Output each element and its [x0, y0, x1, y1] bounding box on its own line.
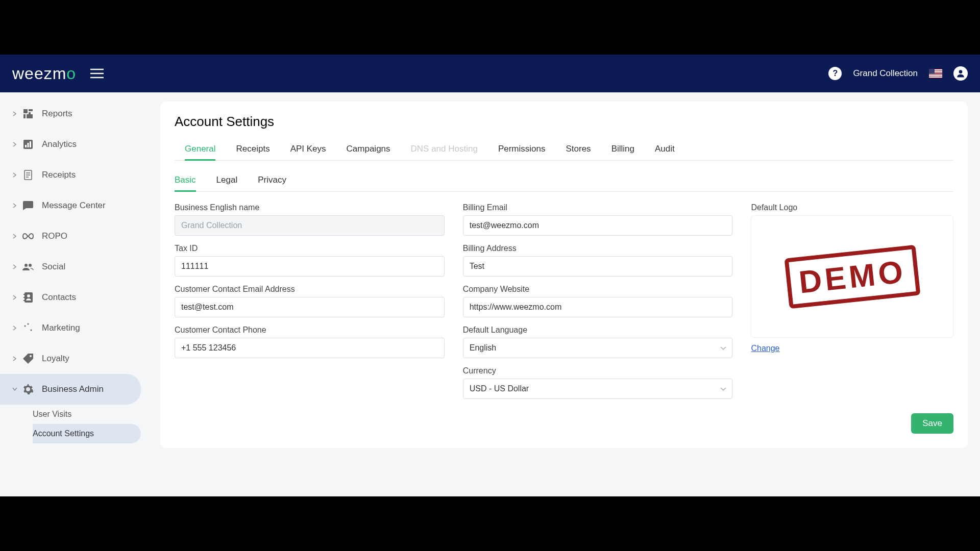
label-business-name: Business English name: [175, 203, 445, 212]
change-logo-link[interactable]: Change: [751, 344, 779, 353]
logo-text: weezm: [12, 64, 66, 83]
menu-toggle[interactable]: [90, 68, 104, 79]
tab-receipts[interactable]: Receipts: [226, 138, 280, 160]
hamburger-icon: [90, 68, 104, 79]
sidebar-sub-user-visits[interactable]: User Visits: [33, 405, 141, 424]
user-menu[interactable]: [953, 66, 968, 81]
tag-icon: [22, 353, 34, 364]
form-grid: Business English name Tax ID Customer Co…: [175, 203, 953, 399]
field-currency: Currency: [463, 366, 733, 399]
sidebar-item-label: Business Admin: [42, 384, 104, 394]
field-tax-id: Tax ID: [175, 244, 445, 277]
chevron-right-icon: [12, 203, 17, 208]
chevron-right-icon: [12, 234, 17, 239]
chevron-right-icon: [12, 325, 17, 331]
sidebar-item-label: Loyalty: [42, 354, 69, 364]
help-button[interactable]: ?: [828, 67, 842, 80]
label-billing-address: Billing Address: [463, 244, 733, 253]
input-website[interactable]: [463, 297, 733, 317]
people-icon: [22, 261, 34, 272]
contact-icon: [22, 292, 34, 303]
app-frame: weezmo ? Grand Collection Reports Ana: [0, 55, 980, 496]
locale-flag-us[interactable]: [929, 69, 942, 78]
input-billing-email[interactable]: [463, 215, 733, 236]
input-tax-id[interactable]: [175, 256, 445, 277]
subnav-label: User Visits: [33, 410, 71, 419]
sidebar-item-loyalty[interactable]: Loyalty: [0, 343, 148, 374]
input-business-name: [175, 215, 445, 236]
svg-point-20: [28, 323, 29, 325]
svg-point-12: [29, 264, 32, 267]
input-contact-email[interactable]: [175, 297, 445, 317]
logo[interactable]: weezmo: [12, 64, 76, 83]
svg-rect-2: [29, 109, 33, 111]
header-right: ? Grand Collection: [828, 66, 968, 81]
logo-preview: DEMO: [751, 215, 953, 338]
sidebar-item-label: Marketing: [42, 323, 80, 333]
form-col-right: Default Logo DEMO Change: [751, 203, 953, 399]
field-business-name: Business English name: [175, 203, 445, 236]
chevron-right-icon: [12, 111, 17, 116]
sidebar-item-analytics[interactable]: Analytics: [0, 129, 148, 160]
message-icon: [22, 200, 34, 211]
svg-rect-17: [23, 300, 25, 301]
help-icon: ?: [832, 69, 838, 78]
form-col-left: Business English name Tax ID Customer Co…: [175, 203, 445, 399]
select-currency[interactable]: [463, 379, 733, 399]
tab-campaigns[interactable]: Campaigns: [336, 138, 401, 160]
label-contact-email: Customer Contact Email Address: [175, 285, 445, 294]
select-language[interactable]: [463, 338, 733, 358]
field-billing-email: Billing Email: [463, 203, 733, 236]
svg-point-14: [27, 294, 30, 297]
field-website: Company Website: [463, 285, 733, 317]
app-header: weezmo ? Grand Collection: [0, 55, 980, 92]
secondary-tabs: Basic Legal Privacy: [175, 170, 953, 192]
field-logo: Default Logo DEMO Change: [751, 203, 953, 353]
sidebar-item-marketing[interactable]: Marketing: [0, 313, 148, 343]
tab-stores[interactable]: Stores: [555, 138, 601, 160]
sidebar-item-business-admin[interactable]: Business Admin: [0, 374, 141, 405]
sidebar-item-social[interactable]: Social: [0, 252, 148, 282]
sidebar-sub-account-settings[interactable]: Account Settings: [33, 424, 141, 443]
save-button[interactable]: Save: [911, 413, 953, 434]
label-language: Default Language: [463, 325, 733, 335]
tab-billing[interactable]: Billing: [601, 138, 645, 160]
sidebar-item-label: ROPO: [42, 231, 67, 241]
input-billing-address[interactable]: [463, 256, 733, 277]
subtab-privacy[interactable]: Privacy: [258, 170, 297, 191]
chevron-right-icon: [12, 356, 17, 361]
input-contact-phone[interactable]: [175, 338, 445, 358]
chevron-right-icon: [12, 295, 17, 300]
sidebar-item-ropo[interactable]: ROPO: [0, 221, 148, 252]
field-contact-email: Customer Contact Email Address: [175, 285, 445, 317]
svg-rect-1: [23, 109, 28, 113]
tab-general[interactable]: General: [175, 138, 226, 160]
chevron-right-icon: [12, 142, 17, 147]
label-billing-email: Billing Email: [463, 203, 733, 212]
sidebar-item-contacts[interactable]: Contacts: [0, 282, 148, 313]
grid-icon: [22, 108, 34, 119]
primary-tabs: General Receipts API Keys Campaigns DNS …: [175, 138, 953, 161]
tab-permissions[interactable]: Permissions: [488, 138, 556, 160]
subtab-legal[interactable]: Legal: [216, 170, 248, 191]
svg-point-18: [24, 325, 26, 327]
subnav-label: Account Settings: [33, 429, 94, 438]
page-title: Account Settings: [175, 114, 953, 130]
sidebar-item-receipts[interactable]: Receipts: [0, 160, 148, 190]
svg-point-0: [959, 70, 963, 73]
letterbox-bottom: [0, 496, 980, 551]
infinity-icon: [22, 231, 34, 242]
svg-rect-8: [28, 143, 29, 147]
field-language: Default Language: [463, 325, 733, 358]
subtab-basic[interactable]: Basic: [175, 170, 206, 191]
gear-icon: [22, 384, 34, 395]
sidebar-item-reports[interactable]: Reports: [0, 98, 148, 129]
label-default-logo: Default Logo: [751, 203, 953, 212]
tab-audit[interactable]: Audit: [645, 138, 685, 160]
org-name[interactable]: Grand Collection: [853, 68, 918, 79]
sidebar-item-message-center[interactable]: Message Center: [0, 190, 148, 221]
svg-point-21: [30, 355, 32, 357]
svg-rect-4: [23, 114, 26, 118]
chevron-right-icon: [12, 172, 17, 178]
tab-api-keys[interactable]: API Keys: [280, 138, 336, 160]
